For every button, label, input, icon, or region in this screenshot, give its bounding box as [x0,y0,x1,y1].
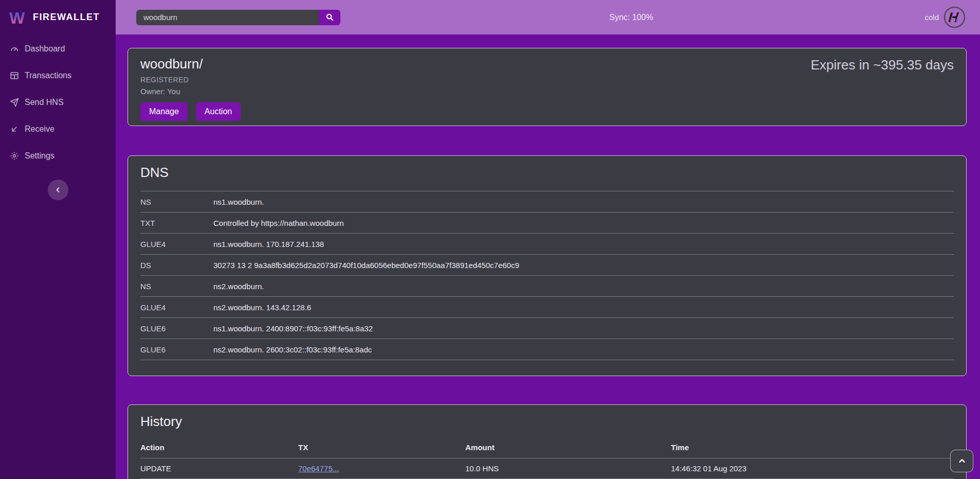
sidebar-item-label: Settings [25,151,55,161]
history-card-title: History [140,414,954,430]
svg-text:H: H [947,10,960,26]
history-amount: 10.0 HNS [465,464,671,473]
dns-record-row: GLUE6 ns2.woodburn. 2600:3c02::f03c:93ff… [140,339,954,360]
domain-status-badge: REGISTERED [140,76,954,84]
sidebar-item-transactions[interactable]: Transactions [0,62,116,89]
dns-record-value: ns2.woodburn. [213,282,264,291]
dns-record-value: ns2.woodburn. 2600:3c02::f03c:93ff:fe5a:… [213,345,372,354]
brand-name: FIREWALLET [33,12,100,23]
svg-text:W: W [9,9,25,27]
dns-card: DNS NS ns1.woodburn. TXT Controlled by h… [128,155,967,376]
history-row: UPDATE 70e64775... 10.0 HNS 14:46:32 01 … [140,458,954,479]
sidebar: W FIREWALLET Dashboard Transactions [0,0,116,479]
sidebar-item-label: Transactions [25,71,71,80]
handshake-logo-icon[interactable]: H [943,6,966,28]
history-time: 14:46:32 01 Aug 2023 [671,464,747,473]
receive-arrow-icon [10,125,19,134]
search-input[interactable] [136,10,319,25]
history-action: UPDATE [140,464,298,473]
sidebar-item-label: Receive [25,125,55,134]
sidebar-collapse-button[interactable] [48,180,68,200]
sync-status: Sync: 100% [609,0,653,34]
brand-header: W FIREWALLET [0,0,116,34]
dns-record-row: NS ns1.woodburn. [140,191,954,212]
history-table: Action TX Amount Time UPDATE 70e64775...… [140,437,954,479]
history-col-action: Action [140,443,298,452]
sidebar-item-dashboard[interactable]: Dashboard [0,36,116,62]
dns-table: NS ns1.woodburn. TXT Controlled by https… [140,191,954,360]
dns-record-value: ns1.woodburn. 170.187.241.138 [213,240,324,249]
scroll-to-top-button[interactable] [950,450,973,472]
manage-button[interactable]: Manage [140,102,188,121]
dns-record-row: GLUE6 ns1.woodburn. 2400:8907::f03c:93ff… [140,317,954,339]
wallet-indicator: cold H [924,6,980,28]
sidebar-nav: Dashboard Transactions Send HNS Receive [0,34,116,169]
history-card: History Action TX Amount Time UPDATE 70e… [128,404,967,479]
dns-record-type: TXT [140,219,213,227]
history-col-tx: TX [298,443,465,452]
sidebar-item-send-hns[interactable]: Send HNS [0,89,116,116]
firewallet-logo-icon: W [8,8,27,27]
history-col-time: Time [671,443,689,452]
dns-record-row: GLUE4 ns1.woodburn. 170.187.241.138 [140,233,954,254]
search-bar [136,10,340,25]
dns-record-row: DS 30273 13 2 9a3a8fb3d625d2a2073d740f10… [140,254,954,275]
dns-record-value: Controlled by https://nathan.woodburn [213,219,344,227]
chevron-up-icon [957,456,967,466]
content-area: woodburn/ REGISTERED Owner: You Manage A… [116,34,980,479]
tx-link[interactable]: 70e64775... [298,464,339,473]
dns-record-type: NS [140,198,213,206]
send-icon [10,98,19,107]
dns-record-row: TXT Controlled by https://nathan.woodbur… [140,212,954,233]
sidebar-item-label: Send HNS [25,98,64,107]
domain-actions: Manage Auction [140,102,954,121]
dns-record-row: NS ns2.woodburn. [140,275,954,296]
dns-record-value: 30273 13 2 9a3a8fb3d625d2a2073d740f10da6… [213,261,519,270]
table-icon [10,71,19,80]
search-button[interactable] [319,10,340,25]
main-column: Sync: 100% cold H woodburn/ REGISTERED [116,0,980,479]
dns-card-title: DNS [140,165,954,181]
sidebar-item-label: Dashboard [25,44,65,54]
dns-record-type: GLUE4 [140,303,213,312]
gauge-icon [10,44,19,54]
chevron-left-icon [54,186,62,194]
domain-owner: Owner: You [140,87,954,96]
auction-button[interactable]: Auction [196,102,241,121]
sidebar-item-receive[interactable]: Receive [0,116,116,143]
dns-record-type: GLUE6 [140,345,213,354]
topbar: Sync: 100% cold H [116,0,980,34]
domain-card: woodburn/ REGISTERED Owner: You Manage A… [128,48,967,126]
sidebar-item-settings[interactable]: Settings [0,143,116,169]
dns-record-type: NS [140,282,213,291]
app-window: W FIREWALLET Dashboard Transactions [0,0,980,479]
history-col-amount: Amount [465,443,671,452]
dns-record-row: GLUE4 ns2.woodburn. 143.42.128.6 [140,296,954,317]
dns-record-type: GLUE6 [140,324,213,333]
dns-record-value: ns1.woodburn. [213,198,264,206]
search-icon [325,13,334,22]
expires-label: Expires in ~395.35 days [811,57,954,73]
dns-record-type: DS [140,261,213,270]
dns-record-type: GLUE4 [140,240,213,249]
history-header-row: Action TX Amount Time [140,437,954,458]
dns-record-value: ns2.woodburn. 143.42.128.6 [213,303,311,312]
gear-icon [10,151,19,161]
wallet-mode-label: cold [924,13,939,22]
dns-record-value: ns1.woodburn. 2400:8907::f03c:93ff:fe5a:… [213,324,373,333]
